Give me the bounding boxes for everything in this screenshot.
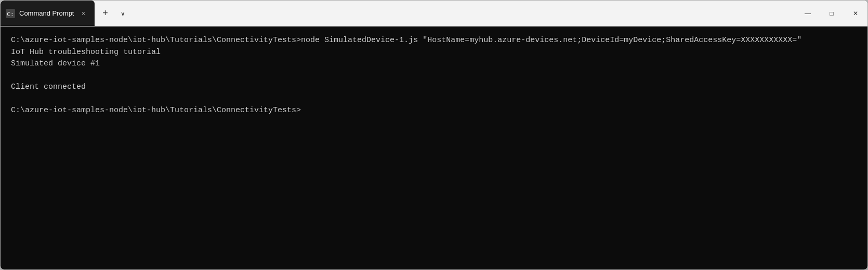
tab-close-button[interactable]: × — [78, 8, 88, 19]
minimize-button[interactable]: — — [796, 1, 820, 26]
active-tab[interactable]: C: Command Prompt × — [1, 1, 95, 26]
window: C: Command Prompt × + ∨ — □ ✕ C:\azure-i… — [0, 0, 868, 270]
close-button[interactable]: ✕ — [844, 1, 867, 26]
tab-area: C: Command Prompt × + ∨ — [1, 1, 796, 26]
dropdown-button[interactable]: ∨ — [114, 5, 131, 22]
terminal-area[interactable]: C:\azure-iot-samples-node\iot-hub\Tutori… — [1, 26, 867, 269]
new-tab-button[interactable]: + — [97, 5, 113, 22]
title-bar: C: Command Prompt × + ∨ — □ ✕ — [1, 1, 867, 26]
tab-label: Command Prompt — [19, 9, 74, 17]
svg-text:C:: C: — [7, 10, 14, 17]
window-controls: — □ ✕ — [796, 1, 867, 26]
maximize-button[interactable]: □ — [820, 1, 844, 26]
terminal-icon: C: — [6, 9, 15, 18]
terminal-output: C:\azure-iot-samples-node\iot-hub\Tutori… — [11, 35, 857, 117]
